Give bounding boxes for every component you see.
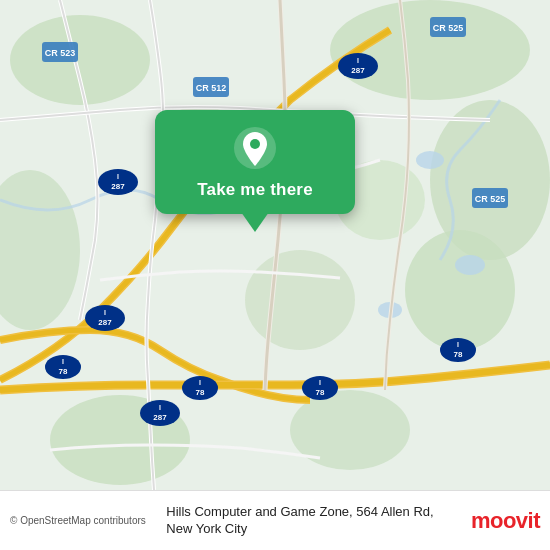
svg-text:CR 525: CR 525 bbox=[475, 194, 506, 204]
svg-text:I: I bbox=[457, 341, 459, 348]
place-name: Hills Computer and Game Zone, 564 Allen … bbox=[166, 504, 463, 538]
map-view: CR 523 CR 512 CR 525 CR 525 I 287 I 287 … bbox=[0, 0, 550, 490]
osm-attribution: © OpenStreetMap contributors bbox=[10, 514, 158, 527]
osm-credit-text: © OpenStreetMap contributors bbox=[10, 515, 146, 526]
svg-text:I: I bbox=[357, 57, 359, 64]
svg-text:78: 78 bbox=[454, 350, 463, 359]
svg-text:78: 78 bbox=[59, 367, 68, 376]
svg-point-14 bbox=[416, 151, 444, 169]
svg-point-48 bbox=[250, 139, 260, 149]
moovit-logo: moovit bbox=[471, 510, 540, 532]
svg-point-1 bbox=[10, 15, 150, 105]
svg-text:287: 287 bbox=[351, 66, 365, 75]
svg-text:78: 78 bbox=[196, 388, 205, 397]
moovit-brand-text: moovit bbox=[471, 510, 540, 532]
location-callout: Take me there bbox=[155, 110, 355, 214]
svg-text:78: 78 bbox=[316, 388, 325, 397]
bottom-info-bar: © OpenStreetMap contributors Hills Compu… bbox=[0, 490, 550, 550]
location-pin-icon bbox=[233, 126, 277, 170]
svg-point-4 bbox=[405, 230, 515, 350]
svg-text:I: I bbox=[117, 173, 119, 180]
svg-text:CR 512: CR 512 bbox=[196, 83, 227, 93]
svg-text:I: I bbox=[104, 309, 106, 316]
svg-text:I: I bbox=[159, 404, 161, 411]
svg-text:I: I bbox=[319, 379, 321, 386]
svg-text:287: 287 bbox=[98, 318, 112, 327]
svg-text:CR 525: CR 525 bbox=[433, 23, 464, 33]
svg-point-11 bbox=[455, 255, 485, 275]
svg-text:I: I bbox=[199, 379, 201, 386]
take-me-there-button[interactable]: Take me there bbox=[197, 180, 313, 200]
svg-point-8 bbox=[245, 250, 355, 350]
svg-text:I: I bbox=[62, 358, 64, 365]
svg-text:CR 523: CR 523 bbox=[45, 48, 76, 58]
svg-text:287: 287 bbox=[153, 413, 167, 422]
svg-text:287: 287 bbox=[111, 182, 125, 191]
